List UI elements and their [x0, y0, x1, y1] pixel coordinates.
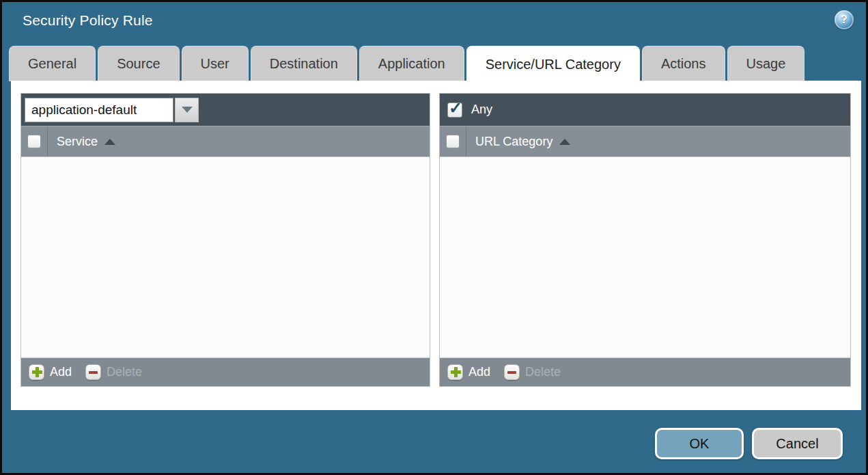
service-type-bar: [21, 94, 430, 126]
delete-label: Delete: [107, 365, 142, 379]
url-category-list: [440, 157, 850, 357]
service-select-all-cell: [21, 126, 48, 157]
add-icon: [29, 364, 44, 380]
url-category-select-all-checkbox[interactable]: [446, 135, 460, 148]
add-icon: [447, 364, 463, 380]
url-category-footer-toolbar: Add Delete: [440, 357, 850, 386]
sort-ascending-icon: [559, 139, 570, 145]
service-type-dropdown-button[interactable]: [175, 98, 199, 122]
url-category-delete-button[interactable]: Delete: [504, 364, 561, 380]
security-policy-rule-dialog: Security Policy Rule ? General Source Us…: [0, 0, 868, 475]
sort-ascending-icon: [104, 139, 115, 145]
service-list: [21, 157, 430, 357]
tab-user[interactable]: User: [182, 46, 249, 81]
ok-button[interactable]: OK: [655, 428, 744, 459]
tab-general[interactable]: General: [9, 46, 96, 81]
url-category-column-header[interactable]: URL Category: [466, 126, 570, 157]
add-label: Add: [468, 365, 490, 379]
tab-actions[interactable]: Actions: [642, 46, 725, 81]
url-category-select-all-cell: [440, 126, 466, 157]
service-select-all-checkbox[interactable]: [27, 135, 41, 148]
service-panel: Service Add Delete: [20, 93, 430, 387]
service-type-input[interactable]: [25, 98, 173, 122]
question-mark-icon: ?: [841, 14, 848, 26]
service-table-header: Service: [21, 126, 430, 157]
tab-service-url-category[interactable]: Service/URL Category: [466, 46, 640, 83]
url-category-column-label: URL Category: [475, 135, 552, 149]
add-label: Add: [50, 365, 72, 379]
service-delete-button[interactable]: Delete: [85, 364, 142, 380]
url-category-add-button[interactable]: Add: [447, 364, 490, 380]
checkmark-icon: ✓: [449, 98, 462, 118]
tab-usage[interactable]: Usage: [727, 46, 805, 81]
help-button[interactable]: ?: [835, 10, 854, 29]
tab-destination[interactable]: Destination: [251, 46, 357, 81]
any-checkbox[interactable]: ✓: [447, 103, 462, 118]
service-add-button[interactable]: Add: [29, 364, 72, 380]
tab-content-area: Service Add Delete: [11, 81, 861, 410]
service-column-label: Service: [57, 135, 98, 149]
url-category-any-bar: ✓ Any: [440, 94, 850, 126]
delete-icon: [85, 364, 101, 380]
tab-bar: General Source User Destination Applicat…: [9, 46, 804, 81]
service-footer-toolbar: Add Delete: [21, 357, 430, 386]
service-type-combobox: [25, 98, 199, 122]
dialog-title: Security Policy Rule: [23, 12, 153, 29]
any-checkbox-label: Any: [471, 103, 492, 117]
chevron-down-icon: [182, 107, 193, 113]
tab-source[interactable]: Source: [98, 46, 179, 81]
tab-application[interactable]: Application: [359, 46, 464, 81]
delete-label: Delete: [525, 365, 561, 379]
cancel-button[interactable]: Cancel: [752, 428, 843, 459]
url-category-panel: ✓ Any URL Category Add: [439, 93, 851, 387]
service-column-header[interactable]: Service: [48, 126, 115, 157]
delete-icon: [504, 364, 520, 380]
url-category-table-header: URL Category: [440, 126, 850, 157]
